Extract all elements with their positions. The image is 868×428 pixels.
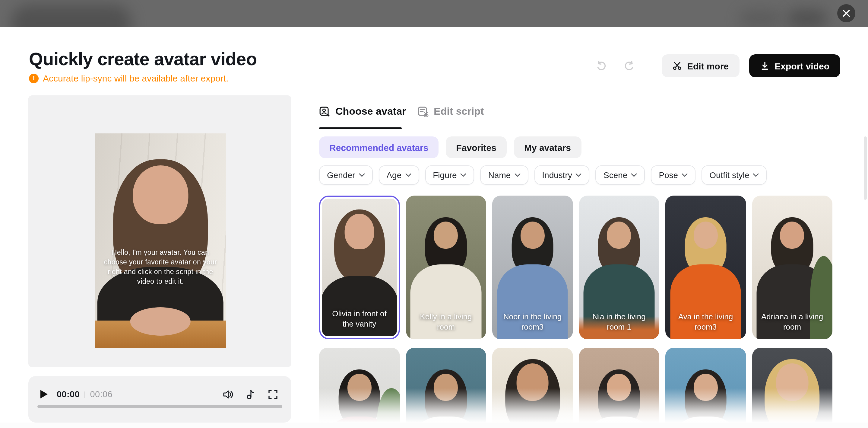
- filter-label: Name: [488, 170, 511, 180]
- avatar-card[interactable]: [492, 348, 573, 423]
- filter-label: Industry: [542, 170, 572, 180]
- filter-label: Outfit style: [709, 170, 749, 180]
- avatar-card[interactable]: Nia in the living room 1: [579, 196, 659, 339]
- avatar-card[interactable]: [406, 348, 486, 423]
- bottom-strip: [0, 423, 868, 428]
- filter-industry[interactable]: Industry: [534, 165, 590, 185]
- filter-label: Scene: [603, 170, 627, 180]
- filter-scene[interactable]: Scene: [596, 165, 645, 185]
- warning-icon: !: [29, 73, 39, 83]
- avatar-name: Olivia in front of the vanity: [327, 309, 392, 330]
- avatar-name: Kelly in a living room: [410, 312, 482, 333]
- tab-choose-avatar[interactable]: Choose avatar: [319, 106, 406, 118]
- avatar-name: Ava in the living room3: [670, 312, 741, 333]
- video-script-overlay[interactable]: Hello, I'm your avatar. You can choose y…: [102, 247, 218, 286]
- filter-label: Age: [386, 170, 401, 180]
- fullscreen-icon: [268, 389, 278, 399]
- video-player-bar: 00:00 | 00:06: [28, 376, 291, 423]
- decor: [607, 222, 631, 249]
- modal-title: Quickly create avatar video: [29, 49, 257, 69]
- create-avatar-video-modal: Quickly create avatar video ! Accurate l…: [0, 27, 868, 428]
- decor: [410, 417, 482, 423]
- volume-button[interactable]: [221, 388, 235, 401]
- chevron-down-icon: [753, 173, 759, 177]
- avatar-video-preview[interactable]: Hello, I'm your avatar. You can choose y…: [95, 134, 226, 348]
- decor: [377, 388, 400, 423]
- avatar-face-decor: [133, 166, 188, 224]
- tiktok-icon: [245, 389, 256, 400]
- decor: [434, 374, 458, 401]
- chevron-down-icon: [514, 173, 520, 177]
- choose-avatar-icon: [319, 106, 331, 117]
- filter-figure[interactable]: Figure: [425, 165, 474, 185]
- avatar-thumbnail: [406, 348, 486, 423]
- close-button[interactable]: [837, 4, 855, 22]
- volume-icon: [222, 389, 234, 399]
- tab-edit-script-label: Edit script: [434, 106, 484, 118]
- filter-pose[interactable]: Pose: [651, 165, 695, 185]
- export-video-button[interactable]: Export video: [749, 54, 840, 77]
- edit-more-button[interactable]: Edit more: [662, 54, 740, 77]
- decor: [324, 417, 395, 423]
- avatar-card[interactable]: [319, 348, 400, 423]
- category-recommended-avatars[interactable]: Recommended avatars: [319, 137, 439, 158]
- avatar-card[interactable]: [579, 348, 659, 423]
- avatar-thumbnail: Noor in the living room3: [492, 196, 573, 339]
- blurred-header-item: [787, 10, 827, 27]
- chevron-down-icon: [405, 173, 411, 177]
- avatar-thumbnail: [492, 348, 573, 423]
- avatar-filter-row: Gender Age Figure Name Industry Scene Po…: [319, 165, 767, 185]
- filter-age[interactable]: Age: [378, 165, 419, 185]
- tab-edit-script[interactable]: Edit script: [417, 106, 484, 118]
- undo-icon: [595, 59, 608, 73]
- avatar-card-selected[interactable]: Olivia in front of the vanity: [319, 196, 400, 339]
- chevron-down-icon: [359, 173, 365, 177]
- avatar-card[interactable]: Adriana in a living room: [752, 196, 832, 339]
- avatar-thumbnail: Olivia in front of the vanity: [322, 199, 397, 336]
- tiktok-button[interactable]: [244, 388, 257, 401]
- scrollbar-thumb[interactable]: [864, 137, 867, 200]
- filter-gender[interactable]: Gender: [319, 165, 372, 185]
- filter-label: Figure: [433, 170, 457, 180]
- decor: [344, 214, 374, 250]
- time-separator: |: [84, 390, 86, 398]
- avatar-card[interactable]: [665, 348, 746, 423]
- filter-name[interactable]: Name: [480, 165, 528, 185]
- decor: [516, 363, 549, 401]
- progress-bar[interactable]: [37, 405, 282, 408]
- modal-toolbar: Edit more Export video: [594, 54, 840, 77]
- avatar-card[interactable]: [752, 348, 832, 423]
- play-button[interactable]: [40, 389, 50, 399]
- tab-choose-avatar-label: Choose avatar: [335, 106, 406, 118]
- avatar-card[interactable]: Kelly in a living room: [406, 196, 486, 339]
- avatar-category-pills: Recommended avatars Favorites My avatars: [319, 137, 581, 158]
- filter-outfit-style[interactable]: Outfit style: [702, 165, 767, 185]
- quick-avatar-video-screen: Quickly create avatar video ! Accurate l…: [0, 0, 868, 428]
- avatar-card[interactable]: Noor in the living room3: [492, 196, 573, 339]
- player-controls: 00:00 | 00:06: [40, 387, 279, 401]
- avatar-thumbnail: [319, 348, 400, 423]
- chevron-down-icon: [576, 173, 582, 177]
- app-header: [0, 0, 868, 27]
- total-duration: 00:06: [90, 389, 113, 399]
- redo-icon: [622, 59, 636, 73]
- export-video-label: Export video: [775, 61, 829, 71]
- decor: [584, 417, 654, 423]
- category-my-avatars[interactable]: My avatars: [514, 137, 581, 158]
- scissors-icon: [673, 61, 682, 70]
- chevron-down-icon: [631, 173, 637, 177]
- decor: [776, 363, 808, 401]
- avatar-thumbnail: [579, 348, 659, 423]
- chevron-down-icon: [682, 173, 688, 177]
- avatar-thumbnail: [752, 348, 832, 423]
- avatar-name: Adriana in a living room: [757, 312, 828, 333]
- undo-button[interactable]: [594, 59, 609, 73]
- decor: [693, 374, 717, 401]
- filter-label: Pose: [659, 170, 678, 180]
- redo-button[interactable]: [622, 59, 637, 73]
- avatar-card[interactable]: Ava in the living room3: [665, 196, 746, 339]
- avatar-name: Nia in the living room 1: [584, 312, 654, 333]
- fullscreen-button[interactable]: [266, 388, 279, 401]
- category-favorites[interactable]: Favorites: [446, 137, 507, 158]
- avatar-thumbnail: Nia in the living room 1: [579, 196, 659, 339]
